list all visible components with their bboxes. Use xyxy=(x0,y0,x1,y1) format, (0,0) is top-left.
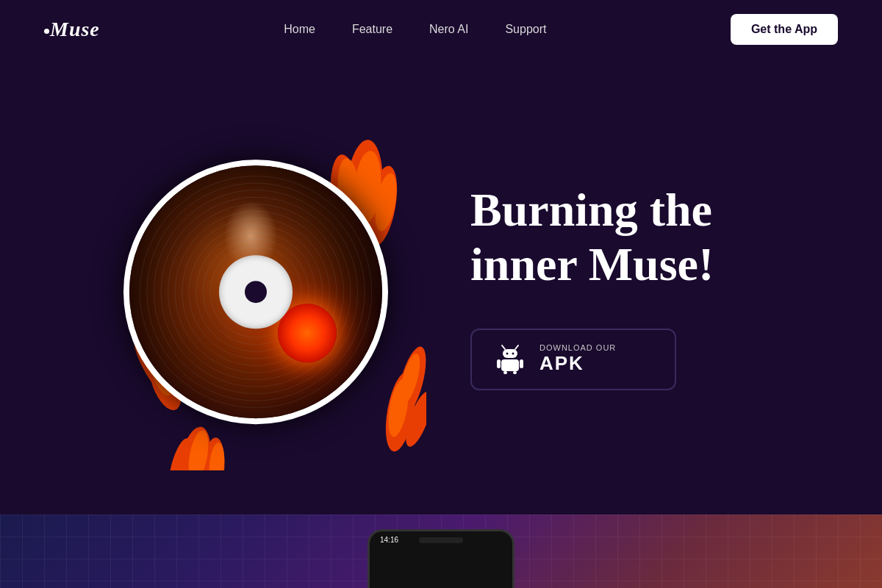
nav-link-home[interactable]: Home xyxy=(284,23,315,35)
logo: ·Muse xyxy=(44,18,100,41)
vinyl-center-label xyxy=(219,255,293,329)
apk-download-button[interactable]: DOWNLOAD OUR APK xyxy=(470,329,676,390)
svg-rect-40 xyxy=(520,359,523,368)
phone-mockup: 14:16 xyxy=(368,529,514,588)
svg-line-34 xyxy=(515,345,518,349)
apk-sub-label: DOWNLOAD OUR xyxy=(539,343,616,352)
apk-main-label: APK xyxy=(539,352,616,375)
nav-item-home[interactable]: Home xyxy=(284,23,315,36)
hero-title: Burning the inner Muse! xyxy=(470,183,808,291)
phone-notch xyxy=(419,537,463,543)
hero-visual xyxy=(59,103,426,470)
nav-item-nero-ai[interactable]: Nero AI xyxy=(429,23,468,36)
svg-point-36 xyxy=(506,352,509,354)
svg-rect-41 xyxy=(503,371,507,374)
svg-rect-42 xyxy=(513,371,517,374)
apk-text-group: DOWNLOAD OUR APK xyxy=(539,343,616,375)
nav-link-feature[interactable]: Feature xyxy=(352,23,392,35)
bottom-strip: 14:16 xyxy=(0,514,882,588)
vinyl-hole xyxy=(245,281,267,303)
phone-time: 14:16 xyxy=(380,536,398,544)
nav-item-feature[interactable]: Feature xyxy=(352,23,392,36)
get-app-button[interactable]: Get the App xyxy=(731,14,838,45)
vinyl-record xyxy=(123,159,388,424)
android-icon xyxy=(494,342,526,377)
fire-orb xyxy=(278,304,337,363)
svg-rect-39 xyxy=(497,359,501,368)
hero-section: Burning the inner Muse! xyxy=(0,59,882,514)
svg-rect-35 xyxy=(503,349,517,358)
svg-line-33 xyxy=(502,345,505,349)
navbar: ·Muse Home Feature Nero AI Support Get t… xyxy=(0,0,882,59)
svg-point-37 xyxy=(512,352,514,354)
nav-link-support[interactable]: Support xyxy=(505,23,546,35)
nav-link-nero-ai[interactable]: Nero AI xyxy=(429,23,468,35)
hero-content: Burning the inner Muse! xyxy=(426,183,838,390)
nav-item-support[interactable]: Support xyxy=(505,23,546,36)
android-robot-icon xyxy=(494,342,526,374)
nav-links: Home Feature Nero AI Support xyxy=(284,23,546,36)
svg-rect-38 xyxy=(501,359,519,371)
